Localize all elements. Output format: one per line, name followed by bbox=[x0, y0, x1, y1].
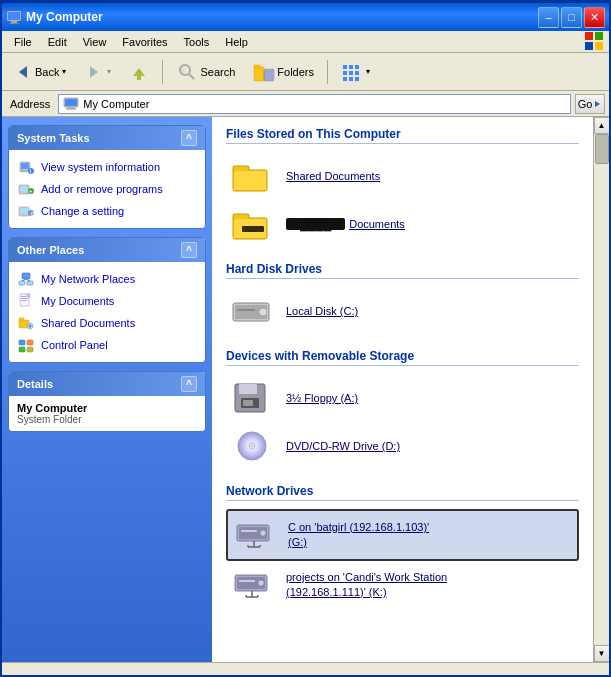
back-icon bbox=[13, 62, 33, 82]
menu-edit[interactable]: Edit bbox=[40, 34, 75, 50]
svg-rect-4 bbox=[585, 32, 593, 40]
info-icon: i bbox=[17, 158, 35, 176]
address-computer-icon bbox=[63, 96, 79, 112]
menu-help[interactable]: Help bbox=[217, 34, 256, 50]
windows-flag-icon bbox=[583, 30, 605, 52]
menu-view[interactable]: View bbox=[75, 34, 115, 50]
details-body: My Computer System Folder bbox=[9, 396, 205, 431]
shared-documents-item[interactable]: Shared Documents bbox=[13, 312, 201, 334]
svg-rect-29 bbox=[67, 107, 75, 109]
my-network-places-item[interactable]: My Network Places bbox=[13, 268, 201, 290]
other-places-header: Other Places ^ bbox=[9, 238, 205, 262]
files-section: Files Stored on This Computer Shared Doc… bbox=[226, 127, 579, 248]
details-header: Details ^ bbox=[9, 372, 205, 396]
scroll-up-button[interactable]: ▲ bbox=[594, 117, 610, 134]
view-icon bbox=[341, 61, 363, 83]
svg-rect-25 bbox=[349, 77, 353, 81]
view-dropdown-arrow[interactable]: ▾ bbox=[366, 67, 370, 76]
address-input[interactable]: My Computer bbox=[58, 94, 571, 114]
cd-icon bbox=[230, 428, 274, 464]
svg-rect-7 bbox=[595, 42, 603, 50]
svg-rect-24 bbox=[343, 77, 347, 81]
close-button[interactable]: ✕ bbox=[584, 7, 605, 28]
shared-documents-drive-item[interactable]: Shared Documents bbox=[226, 152, 579, 200]
maximize-button[interactable]: □ bbox=[561, 7, 582, 28]
svg-rect-56 bbox=[19, 318, 24, 321]
window-icon bbox=[6, 9, 22, 25]
hdd-section-header: Hard Disk Drives bbox=[226, 262, 579, 279]
details-section: Details ^ My Computer System Folder bbox=[8, 371, 206, 432]
svg-rect-15 bbox=[254, 67, 264, 81]
details-collapse[interactable]: ^ bbox=[181, 376, 197, 392]
local-disk-c-item[interactable]: Local Disk (C:) bbox=[226, 287, 579, 335]
folders-button[interactable]: Folders bbox=[246, 57, 321, 87]
other-places-section: Other Places ^ bbox=[8, 237, 206, 363]
svg-rect-38 bbox=[20, 186, 28, 191]
svg-rect-34 bbox=[21, 170, 29, 171]
my-documents-item[interactable]: My Documents bbox=[13, 290, 201, 312]
forward-button[interactable]: ▾ bbox=[77, 58, 118, 86]
svg-point-73 bbox=[259, 308, 267, 316]
change-setting-item[interactable]: ⚙ Change a setting bbox=[13, 200, 201, 222]
scroll-down-button[interactable]: ▼ bbox=[594, 645, 610, 662]
svg-rect-21 bbox=[343, 71, 347, 75]
address-value: My Computer bbox=[83, 98, 149, 110]
add-remove-programs-item[interactable]: + Add or remove programs bbox=[13, 178, 201, 200]
control-panel-item[interactable]: Control Panel bbox=[13, 334, 201, 356]
hdd-section: Hard Disk Drives Local Disk (C:) bbox=[226, 262, 579, 335]
scroll-thumb[interactable] bbox=[595, 134, 609, 164]
removable-section: Devices with Removable Storage 3½ Floppy… bbox=[226, 349, 579, 470]
svg-rect-42 bbox=[20, 208, 28, 213]
documents-icon bbox=[17, 292, 35, 310]
svg-line-49 bbox=[26, 279, 30, 281]
up-button[interactable] bbox=[122, 58, 156, 86]
settings-icon: ⚙ bbox=[17, 202, 35, 220]
main-area: System Tasks ^ i bbox=[2, 117, 609, 662]
svg-rect-5 bbox=[595, 32, 603, 40]
system-tasks-body: i View system information + bbox=[9, 150, 205, 228]
svg-marker-31 bbox=[595, 101, 600, 107]
svg-rect-46 bbox=[19, 281, 25, 285]
user-documents-drive-item[interactable]: ████ Documents bbox=[226, 200, 579, 248]
svg-rect-79 bbox=[243, 400, 253, 406]
dvd-d-item[interactable]: DVD/CD-RW Drive (D:) bbox=[226, 422, 579, 470]
floppy-a-label: 3½ Floppy (A:) bbox=[286, 392, 358, 404]
svg-point-14 bbox=[181, 69, 185, 73]
svg-line-13 bbox=[189, 74, 194, 79]
network-k-label: projects on 'Candi's Work Station(192.16… bbox=[286, 570, 447, 601]
back-dropdown-arrow: ▾ bbox=[62, 67, 66, 76]
toolbar: Back ▾ ▾ Search bbox=[2, 53, 609, 91]
menu-tools[interactable]: Tools bbox=[176, 34, 218, 50]
minimize-button[interactable]: – bbox=[538, 7, 559, 28]
go-button[interactable]: Go bbox=[575, 94, 605, 114]
removable-section-header: Devices with Removable Storage bbox=[226, 349, 579, 366]
floppy-a-item[interactable]: 3½ Floppy (A:) bbox=[226, 374, 579, 422]
window-controls: – □ ✕ bbox=[538, 7, 605, 28]
files-section-header: Files Stored on This Computer bbox=[226, 127, 579, 144]
menu-file[interactable]: File bbox=[6, 34, 40, 50]
add-remove-icon: + bbox=[17, 180, 35, 198]
view-system-info-item[interactable]: i View system information bbox=[13, 156, 201, 178]
network-k-item[interactable]: projects on 'Candi's Work Station(192.16… bbox=[226, 561, 579, 609]
network-g-label: C on 'batgirl (192.168.1.103)'(G:) bbox=[288, 520, 429, 551]
menu-favorites[interactable]: Favorites bbox=[114, 34, 175, 50]
svg-rect-19 bbox=[349, 65, 353, 69]
other-places-collapse[interactable]: ^ bbox=[181, 242, 197, 258]
svg-rect-53 bbox=[21, 300, 27, 301]
right-area: Files Stored on This Computer Shared Doc… bbox=[212, 117, 609, 662]
svg-rect-47 bbox=[27, 281, 33, 285]
net-drive-k-icon bbox=[230, 567, 274, 603]
system-tasks-collapse[interactable]: ^ bbox=[181, 130, 197, 146]
address-label: Address bbox=[6, 98, 54, 110]
svg-rect-23 bbox=[355, 71, 359, 75]
svg-rect-75 bbox=[237, 313, 249, 315]
view-button[interactable]: ▾ bbox=[334, 57, 377, 87]
network-g-item[interactable]: C on 'batgirl (192.168.1.103)'(G:) bbox=[226, 509, 579, 561]
svg-marker-9 bbox=[90, 66, 98, 78]
svg-rect-62 bbox=[19, 347, 25, 352]
search-button[interactable]: Search bbox=[169, 57, 242, 87]
back-button[interactable]: Back ▾ bbox=[6, 58, 73, 86]
system-tasks-header: System Tasks ^ bbox=[9, 126, 205, 150]
svg-rect-52 bbox=[21, 298, 28, 299]
floppy-icon bbox=[230, 380, 274, 416]
